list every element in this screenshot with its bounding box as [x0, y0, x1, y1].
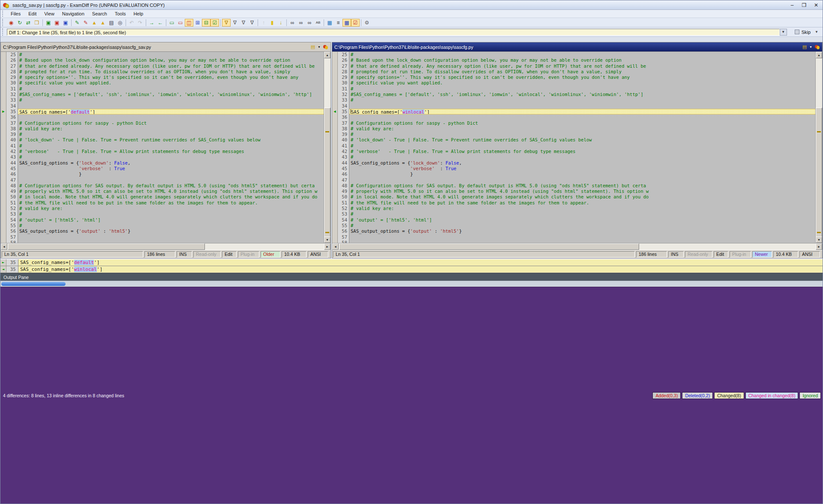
- code-line-53[interactable]: 53#: [6, 211, 324, 217]
- output-pane-scrollbar[interactable]: [0, 281, 823, 287]
- filter-deleted-icon[interactable]: ∇: [248, 19, 256, 27]
- right-diff-margin[interactable]: ◄◄: [332, 52, 338, 243]
- scroll-right-arrow[interactable]: ►: [816, 243, 822, 250]
- save-both-icon[interactable]: ▣: [61, 19, 70, 27]
- code-line-43[interactable]: 43#: [6, 154, 324, 160]
- edit-options-icon[interactable]: ☑: [351, 19, 360, 27]
- code-line-54[interactable]: 54# 'output' = ['html5', 'html']: [6, 217, 324, 223]
- code-line-57[interactable]: 57: [338, 234, 815, 240]
- code-line-35[interactable]: 35SAS_config_names=['default']: [6, 109, 324, 114]
- skip-checkbox[interactable]: [795, 30, 799, 34]
- recompare-icon[interactable]: ↻: [15, 19, 24, 27]
- prev-difference-icon[interactable]: ←: [156, 19, 165, 27]
- code-line-47[interactable]: 47: [338, 177, 815, 183]
- code-line-49[interactable]: 49# properly with HTML 5.0 so it can als…: [338, 189, 815, 194]
- code-line-40[interactable]: 40# 'lock_down' - True | False. True = P…: [6, 137, 324, 143]
- code-line-51[interactable]: 51# the HTML file will need to be put in…: [6, 200, 324, 206]
- code-line-45[interactable]: 45 'verbose' : True: [6, 166, 324, 171]
- code-line-34[interactable]: 34: [6, 103, 324, 109]
- code-line-42[interactable]: 42# 'verbose' - True | False. True = All…: [6, 149, 324, 154]
- code-line-44[interactable]: 44SAS_config_options = {'lock_down': Fal…: [6, 160, 324, 166]
- next-difference-icon[interactable]: →: [147, 19, 156, 27]
- scroll-down-arrow[interactable]: ▼: [324, 237, 330, 243]
- code-line-54[interactable]: 54# 'output' = ['html5', 'html']: [338, 217, 815, 223]
- close-button[interactable]: ✕: [812, 2, 820, 8]
- find-icon[interactable]: ∞: [288, 19, 297, 27]
- code-line-27[interactable]: 27# that are defined already. Any necess…: [6, 63, 324, 69]
- scroll-up-arrow[interactable]: ▲: [816, 52, 822, 58]
- code-line-58[interactable]: 58: [338, 240, 815, 243]
- menu-edit[interactable]: Edit: [24, 10, 40, 17]
- edit-second-icon[interactable]: ✎: [81, 19, 90, 27]
- minimize-button[interactable]: –: [788, 2, 796, 8]
- compare-mini-icon[interactable]: [815, 45, 820, 50]
- code-line-32[interactable]: 32#SAS_config_names = ['default', 'ssh',…: [6, 92, 324, 97]
- compare-mini-icon[interactable]: [323, 45, 328, 50]
- edit-first-icon[interactable]: ✎: [73, 19, 81, 27]
- scroll-left-arrow[interactable]: ◄: [1, 243, 7, 250]
- inspector-row-second-file[interactable]: ◄35SAS_config_names=['winlocal']: [0, 266, 823, 273]
- code-line-52[interactable]: 52# valid key are:: [338, 206, 815, 211]
- code-line-56[interactable]: 56SAS_output_options = {'output' : 'html…: [6, 228, 324, 234]
- code-line-28[interactable]: 28# prompted for at run time. To dissall…: [6, 69, 324, 75]
- skip-dropdown-icon[interactable]: ▼: [815, 30, 818, 34]
- line-inspector-icon[interactable]: ≡: [334, 19, 342, 27]
- badge-changed-8-[interactable]: Changed(8): [714, 392, 744, 399]
- right-horizontal-scrollbar[interactable]: ◄ ►: [332, 243, 822, 250]
- code-line-34[interactable]: 34: [338, 103, 815, 109]
- code-line-28[interactable]: 28# prompted for at run time. To dissall…: [338, 69, 815, 75]
- view-mode-icon[interactable]: ▦: [325, 19, 334, 27]
- code-line-27[interactable]: 27# that are defined already. Any necess…: [338, 63, 815, 69]
- code-line-36[interactable]: 36: [6, 114, 324, 120]
- code-line-41[interactable]: 41#: [338, 143, 815, 149]
- badge-added-0-3-[interactable]: Added(0,3): [652, 392, 681, 399]
- code-line-56[interactable]: 56SAS_output_options = {'output' : 'html…: [338, 228, 815, 234]
- menu-help[interactable]: Help: [129, 10, 147, 17]
- left-code-editor[interactable]: 25#26# Based upon the lock_down configur…: [6, 52, 324, 243]
- compare-icon[interactable]: ◉: [7, 19, 15, 27]
- code-line-29[interactable]: 29# specify options=''. This way it's sp…: [6, 75, 324, 80]
- code-line-38[interactable]: 38# valid key are:: [338, 126, 815, 132]
- code-line-48[interactable]: 48# Configuration options for SAS output…: [338, 183, 815, 189]
- undo-icon[interactable]: ↶: [127, 19, 136, 27]
- code-line-38[interactable]: 38# valid key are:: [6, 126, 324, 132]
- code-line-55[interactable]: 55#: [6, 223, 324, 228]
- code-line-37[interactable]: 37# Configuration options for saspy - py…: [338, 120, 815, 126]
- code-line-39[interactable]: 39#: [338, 132, 815, 137]
- code-line-35[interactable]: 35SAS_config_names=['winlocal']: [338, 109, 815, 114]
- code-line-46[interactable]: 46 }: [6, 171, 324, 177]
- right-vertical-scrollbar[interactable]: ▲ ▼: [815, 52, 822, 243]
- merge-second-icon[interactable]: ▲: [99, 19, 107, 27]
- code-line-36[interactable]: 36: [338, 114, 815, 120]
- code-line-55[interactable]: 55#: [338, 223, 815, 228]
- scroll-right-arrow[interactable]: ►: [324, 243, 330, 250]
- left-vscroll-thumb[interactable]: [324, 108, 330, 243]
- code-line-31[interactable]: 31#: [338, 86, 815, 92]
- right-hscroll-thumb[interactable]: [339, 243, 639, 250]
- code-line-31[interactable]: 31#: [6, 86, 324, 92]
- code-line-39[interactable]: 39#: [6, 132, 324, 137]
- code-line-29[interactable]: 29# specify options=''. This way it's sp…: [338, 75, 815, 80]
- current-diff-icon[interactable]: ▮: [268, 19, 276, 27]
- code-line-48[interactable]: 48# Configuration options for SAS output…: [6, 183, 324, 189]
- output-pane-header[interactable]: Output Pane: [0, 273, 823, 281]
- right-code-editor[interactable]: 25#26# Based upon the lock_down configur…: [338, 52, 815, 243]
- find-next-icon[interactable]: ∞: [297, 19, 305, 27]
- code-line-53[interactable]: 53#: [338, 211, 815, 217]
- code-line-58[interactable]: 58: [6, 240, 324, 243]
- save-first-icon[interactable]: ▣: [44, 19, 53, 27]
- copy-down-icon[interactable]: ↓: [276, 19, 285, 27]
- menu-view[interactable]: View: [40, 10, 58, 17]
- print-icon[interactable]: ▤: [107, 19, 116, 27]
- left-diff-margin[interactable]: ►►: [1, 52, 6, 243]
- code-line-50[interactable]: 50# in local mode. Note that HTML 4.0 wi…: [338, 194, 815, 200]
- print-second-dropdown-icon[interactable]: ▼: [809, 45, 812, 48]
- output-scroll-thumb[interactable]: [1, 282, 66, 286]
- filter-changed-icon[interactable]: ∇: [231, 19, 239, 27]
- code-line-33[interactable]: 33#: [338, 97, 815, 103]
- code-line-42[interactable]: 42# 'verbose' - True | False. True = All…: [338, 149, 815, 154]
- code-line-50[interactable]: 50# in local mode. Note that HTML 4.0 wi…: [6, 194, 324, 200]
- menu-search[interactable]: Search: [88, 10, 111, 17]
- badge-changed-in-changed-8-[interactable]: Changed in changed(8): [745, 392, 799, 399]
- copy-up-icon[interactable]: ↑: [259, 19, 268, 27]
